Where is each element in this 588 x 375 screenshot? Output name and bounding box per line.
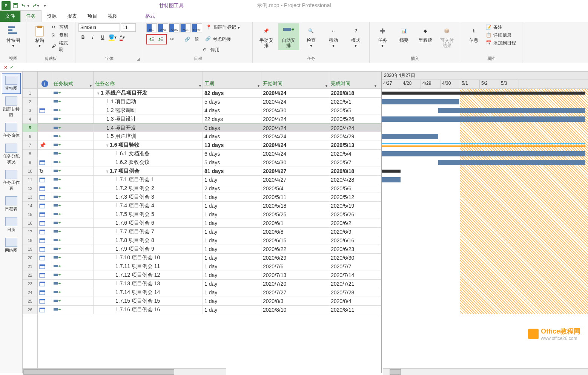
cell-start[interactable]: 2020/4/24 (261, 124, 329, 132)
tab-file[interactable]: 文件 (0, 11, 20, 22)
cell-finish[interactable]: 2020/6/23 (329, 245, 378, 253)
table-row[interactable]: 1.2 需求调研4 days2020/4/302020/5/5 (38, 106, 381, 115)
cell-start[interactable]: 2020/4/27 (261, 167, 329, 175)
cell-mode[interactable] (52, 306, 94, 314)
pct-25-button[interactable]: 25% (158, 23, 168, 32)
header-finish[interactable]: 完成时间▼ (329, 72, 378, 89)
table-row[interactable]: 1.4 项目开发0 days2020/4/242020/4/24 (38, 124, 381, 132)
outline-toggle[interactable]: ▿ (97, 91, 99, 95)
cell-mode[interactable] (52, 150, 94, 158)
font-name-select[interactable] (78, 23, 120, 32)
font-dialog-launcher[interactable]: ◢ (137, 57, 142, 62)
cell-start[interactable]: 2020/4/24 (261, 150, 329, 158)
paste-button[interactable]: 粘贴 ▾ (29, 23, 50, 50)
pct-50-button[interactable]: 50% (169, 23, 180, 32)
table-row[interactable]: 1.6.2 验收会议5 days2020/4/302020/5/7 (38, 158, 381, 167)
cell-name[interactable]: 1.7.10 项目例会 10 (94, 254, 203, 262)
mode-button[interactable]: ? 模式▾ (345, 23, 366, 50)
table-row[interactable]: 1.3 项目设计22 days2020/4/242020/5/26 (38, 115, 381, 124)
cell-start[interactable]: 2020/4/24 (261, 141, 329, 149)
cell-duration[interactable]: 1 day (203, 280, 261, 288)
underline-button[interactable]: U (98, 33, 107, 41)
cell-info[interactable] (38, 98, 52, 106)
cell-duration[interactable]: 0 days (203, 124, 261, 132)
row-number[interactable]: 19 (23, 245, 37, 254)
table-row[interactable]: 1.7.14 项目例会 141 day2020/7/272020/7/28 (38, 288, 381, 297)
cell-start[interactable]: 2020/4/27 (261, 176, 329, 184)
tab-resource[interactable]: 资源 (41, 11, 62, 22)
outline-toggle[interactable]: ▿ (106, 143, 108, 147)
deactivate-button[interactable]: ⊖停用 (203, 46, 249, 54)
cell-mode[interactable] (52, 176, 94, 184)
cell-finish[interactable]: 2020/5/26 (329, 210, 378, 219)
row-number[interactable]: 10 (23, 167, 37, 176)
table-row[interactable]: 1.6.1 文档准备6 days2020/4/242020/5/4 (38, 150, 381, 158)
cell-mode[interactable] (52, 245, 94, 253)
cell-name[interactable]: 1.7.6 项目例会 6 (94, 219, 203, 227)
cell-duration[interactable]: 1 day (203, 306, 261, 314)
cell-info[interactable] (38, 245, 52, 253)
cell-info[interactable] (38, 176, 52, 184)
cell-finish[interactable]: 2020/8/18 (329, 167, 378, 175)
cell-duration[interactable]: 1 day (203, 236, 261, 245)
cell-mode[interactable] (52, 132, 94, 141)
link-button[interactable]: 🔗 (183, 35, 192, 43)
cell-info[interactable] (38, 288, 52, 297)
row-number[interactable]: 15 (23, 210, 37, 219)
italic-button[interactable]: I (88, 33, 97, 41)
cell-start[interactable]: 2020/8/10 (261, 306, 329, 314)
cell-info[interactable] (38, 262, 52, 271)
cell-duration[interactable]: 22 days (203, 115, 261, 123)
cell-duration[interactable]: 1 day (203, 245, 261, 253)
cell-name[interactable]: 1.7.5 项目例会 5 (94, 210, 203, 219)
pct-75-button[interactable]: 75% (180, 23, 191, 32)
viewbar-timeline[interactable]: 日程表 (2, 194, 21, 214)
cell-info[interactable] (38, 202, 52, 210)
cell-name[interactable]: 1.7.8 项目例会 8 (94, 236, 203, 245)
row-number[interactable]: 12 (23, 184, 37, 193)
qat-redo-button[interactable]: ▾ (31, 2, 39, 10)
header-task-mode[interactable]: 任务模式▼ (52, 72, 94, 89)
cell-duration[interactable]: 2 days (203, 184, 261, 193)
cell-duration[interactable]: 1 day (203, 210, 261, 219)
header-info[interactable]: i (38, 72, 52, 89)
cell-mode[interactable] (52, 193, 94, 201)
notes-button[interactable]: 📝备注 (486, 23, 516, 31)
row-number[interactable]: 2 (23, 98, 37, 106)
cell-start[interactable]: 2020/6/8 (261, 228, 329, 236)
cell-name[interactable]: 1.2 需求调研 (94, 106, 203, 115)
table-row[interactable]: 1.7.4 项目例会 41 day2020/5/182020/5/19 (38, 202, 381, 210)
cell-finish[interactable]: 2020/6/2 (329, 219, 378, 227)
cell-info[interactable]: ↻ (38, 167, 52, 175)
cell-duration[interactable]: 4 days (203, 132, 261, 141)
cell-start[interactable]: 2020/4/24 (261, 98, 329, 106)
cell-duration[interactable]: 81 days (203, 167, 261, 175)
table-row[interactable]: 1.7.5 项目例会 51 day2020/5/252020/5/26 (38, 210, 381, 219)
cell-start[interactable]: 2020/7/6 (261, 262, 329, 271)
cell-duration[interactable]: 5 days (203, 98, 261, 106)
row-number[interactable]: 25 (23, 297, 37, 306)
cell-name[interactable]: 1.6.1 文档准备 (94, 150, 203, 158)
cell-mode[interactable] (52, 254, 94, 262)
table-row[interactable]: 1.7.1 项目例会 11 day2020/4/272020/4/28 (38, 176, 381, 184)
row-number[interactable]: 7 (23, 141, 37, 150)
cell-duration[interactable]: 1 day (203, 288, 261, 297)
cell-duration[interactable]: 4 days (203, 106, 261, 115)
viewbar-task-sheet[interactable]: 任务工作表 (2, 167, 21, 194)
cell-name[interactable]: 1.7.9 项目例会 9 (94, 245, 203, 253)
cell-start[interactable]: 2020/5/11 (261, 193, 329, 201)
row-number[interactable]: 14 (23, 202, 37, 210)
cut-button[interactable]: ✂剪切 (52, 23, 72, 31)
table-row[interactable]: 1.7.13 项目例会 131 day2020/7/202020/7/21 (38, 280, 381, 288)
gantt-hscrollbar[interactable] (383, 368, 588, 375)
cell-mode[interactable] (52, 280, 94, 288)
row-number[interactable]: 26 (23, 306, 37, 314)
table-row[interactable]: 1.7.9 项目例会 91 day2020/6/222020/6/23 (38, 245, 381, 254)
cell-duration[interactable]: 1 day (203, 219, 261, 227)
cell-start[interactable]: 2020/4/30 (261, 106, 329, 115)
table-row[interactable]: 1.7.16 项目例会 161 day2020/8/102020/8/11 (38, 306, 381, 314)
cell-info[interactable] (38, 193, 52, 201)
cell-finish[interactable]: 2020/4/24 (329, 124, 378, 132)
row-number[interactable]: 17 (23, 228, 37, 236)
cell-duration[interactable]: 1 day (203, 193, 261, 201)
